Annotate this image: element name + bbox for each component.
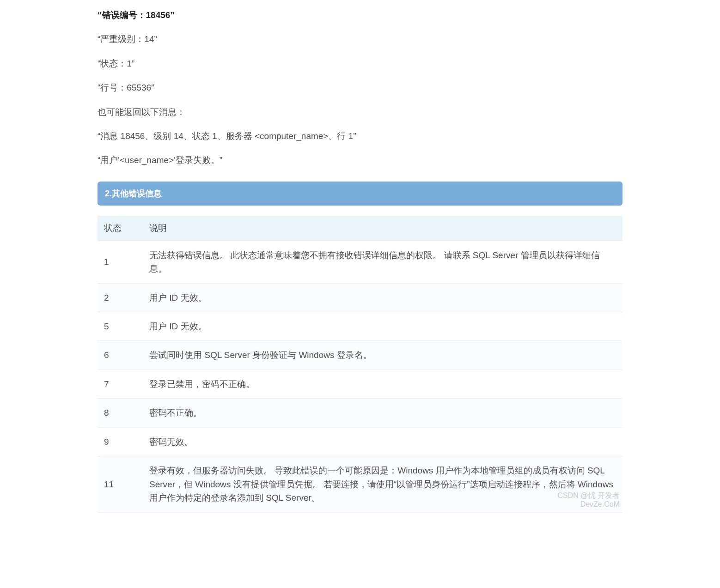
table-cell-desc: 用户 ID 无效。 — [143, 312, 622, 341]
severity-line: “严重级别：14” — [98, 32, 622, 46]
error-number-line: “错误编号：18456” — [98, 8, 622, 22]
table-row: 9 密码无效。 — [98, 427, 622, 456]
table-cell-state: 2 — [98, 283, 143, 312]
message-1-line: “消息 18456、级别 14、状态 1、服务器 <computer_name>… — [98, 129, 622, 143]
table-cell-state: 6 — [98, 341, 143, 370]
table-cell-desc: 密码不正确。 — [143, 399, 622, 427]
table-row: 11 登录有效，但服务器访问失败。 导致此错误的一个可能原因是：Windows … — [98, 456, 622, 512]
table-cell-desc: 登录有效，但服务器访问失败。 导致此错误的一个可能原因是：Windows 用户作… — [143, 456, 622, 512]
table-header-row: 状态 说明 — [98, 216, 622, 241]
table-cell-state: 8 — [98, 399, 143, 427]
table-row: 2 用户 ID 无效。 — [98, 283, 622, 312]
table-cell-state: 1 — [98, 241, 143, 283]
table-cell-state: 7 — [98, 370, 143, 398]
message-2-line: “用户'<user_name>'登录失败。” — [98, 153, 622, 167]
section-2-header: 2.其他错误信息 — [98, 182, 622, 206]
table-cell-state: 9 — [98, 427, 143, 456]
table-cell-desc: 尝试同时使用 SQL Server 身份验证与 Windows 登录名。 — [143, 341, 622, 370]
table-cell-desc: 无法获得错误信息。 此状态通常意味着您不拥有接收错误详细信息的权限。 请联系 S… — [143, 241, 622, 283]
row-line: “行号：65536” — [98, 81, 622, 95]
table-cell-state: 11 — [98, 456, 143, 512]
page-container: “错误编号：18456” “严重级别：14” “状态：1” “行号：65536”… — [97, 8, 623, 513]
table-header-state: 状态 — [98, 216, 143, 241]
content-area: “错误编号：18456” “严重级别：14” “状态：1” “行号：65536”… — [97, 8, 623, 513]
error-state-table: 状态 说明 1 无法获得错误信息。 此状态通常意味着您不拥有接收错误详细信息的权… — [98, 216, 622, 513]
table-row: 7 登录已禁用，密码不正确。 — [98, 370, 622, 398]
table-row: 8 密码不正确。 — [98, 399, 622, 427]
table-row: 5 用户 ID 无效。 — [98, 312, 622, 341]
table-row: 6 尝试同时使用 SQL Server 身份验证与 Windows 登录名。 — [98, 341, 622, 370]
table-cell-desc: 用户 ID 无效。 — [143, 283, 622, 312]
state-line: “状态：1” — [98, 57, 622, 71]
also-label-line: 也可能返回以下消息： — [98, 105, 622, 119]
table-header-desc: 说明 — [143, 216, 622, 241]
table-cell-state: 5 — [98, 312, 143, 341]
table-cell-desc: 密码无效。 — [143, 427, 622, 456]
table-cell-desc: 登录已禁用，密码不正确。 — [143, 370, 622, 398]
table-row: 1 无法获得错误信息。 此状态通常意味着您不拥有接收错误详细信息的权限。 请联系… — [98, 241, 622, 283]
